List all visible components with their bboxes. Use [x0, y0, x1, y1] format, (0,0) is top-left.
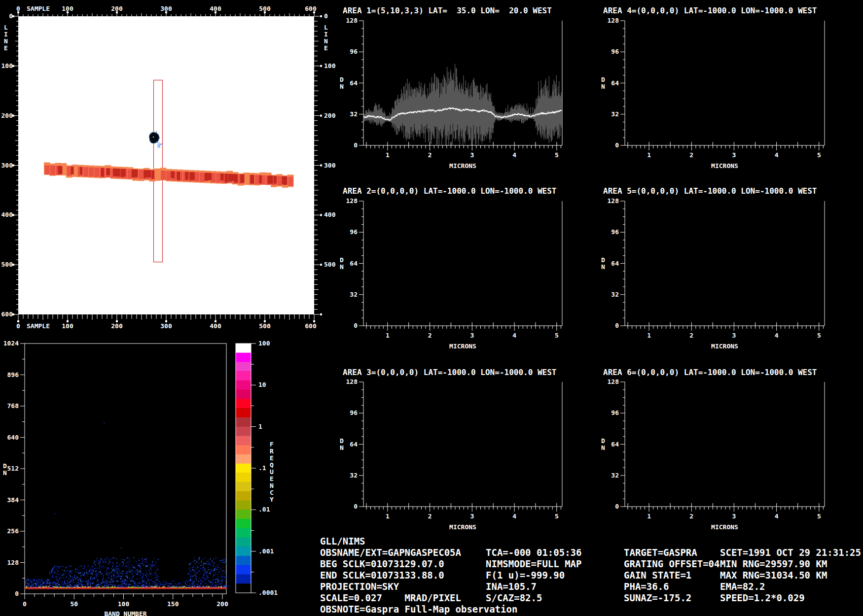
microns-axis-label: MICRONS — [711, 523, 738, 531]
shape — [236, 371, 251, 380]
shape — [83, 167, 88, 176]
dn-axis-label: D — [601, 256, 605, 264]
band-tick-label: 0 — [23, 600, 27, 608]
graphics-canvas: 00100100200200300300400400500500600600SA… — [0, 0, 863, 616]
frequency-axis-label: Q — [270, 461, 274, 469]
min-rng-line: MIN RNG=29597.90 KM — [720, 559, 827, 569]
shape — [236, 501, 251, 510]
sample-tick-label: 200 — [111, 322, 123, 330]
sunaz-line: SUNAZ=-175.2 — [624, 593, 691, 603]
micron-tick-label: 1 — [647, 513, 651, 520]
line-tick-label: 500 — [324, 261, 336, 268]
shape — [177, 171, 180, 180]
frequency-axis-label: N — [270, 482, 274, 489]
micron-tick-label: 4 — [512, 513, 516, 520]
shape — [234, 174, 238, 182]
dn-tick-label: 96 — [611, 409, 619, 416]
dn-tick-label: 128 — [608, 378, 619, 385]
micron-tick-label: 1 — [386, 151, 390, 159]
dn-tick-label: 0 — [615, 503, 619, 510]
dn-tick-label: 64 — [611, 79, 619, 87]
micron-tick-label: 3 — [732, 513, 736, 520]
line-axis-label: N — [324, 37, 328, 45]
shape — [282, 176, 286, 184]
micron-tick-label: 2 — [428, 332, 432, 339]
shape — [156, 132, 157, 133]
shape — [236, 547, 251, 556]
shape — [159, 137, 160, 138]
ema-line: EMA=82.2 — [720, 582, 765, 591]
shape — [236, 491, 251, 501]
frequency-axis-label: U — [270, 468, 274, 476]
shape — [236, 390, 251, 399]
sample-tick-label: 600 — [305, 322, 317, 330]
ina-line: INA=105.7 — [486, 582, 537, 591]
dn-axis-label: N — [601, 444, 605, 451]
nimsmode-line: NIMSMODE=FULL MAP — [486, 559, 581, 569]
micron-tick-label: 1 — [386, 332, 390, 339]
frequency-tick-label: 10 — [258, 381, 266, 388]
shape — [236, 565, 251, 575]
micron-tick-label: 1 — [647, 332, 651, 339]
sample-tick-label: 500 — [259, 5, 271, 12]
line-axis-label: E — [324, 44, 328, 52]
line-tick-label: 100 — [324, 62, 336, 69]
dn-tick-label: 0 — [615, 322, 619, 329]
micron-tick-label: 5 — [817, 332, 821, 339]
shape — [50, 166, 55, 175]
dn-tick-label: 96 — [350, 409, 358, 416]
baseline-stripe — [25, 589, 226, 589]
shape — [236, 464, 251, 473]
dn-axis-label: D — [340, 76, 344, 83]
area-4-title: AREA 4=(0,0,0,0) LAT=-1000.0 LON=-1000.0… — [603, 7, 817, 15]
area-panel-3 — [359, 382, 562, 512]
micron-tick-label: 2 — [428, 513, 432, 520]
sample-tick-label: 400 — [210, 5, 221, 12]
line-tick-label: 300 — [1, 162, 13, 169]
shape — [139, 170, 144, 179]
microns-axis-label: MICRONS — [449, 342, 476, 350]
shape — [200, 172, 205, 182]
shape — [208, 173, 212, 180]
f1u-line: F(1 u)=-999.90 — [486, 571, 565, 580]
line-axis-label: E — [4, 44, 8, 52]
band-tick-label: 150 — [167, 600, 179, 608]
nims-display-screen: 00100100200200300300400400500500600600SA… — [0, 0, 863, 616]
shape — [236, 454, 251, 464]
spectro-dn-tick-label: 640 — [7, 434, 19, 441]
sample-tick-label: 400 — [210, 322, 221, 330]
shape — [220, 173, 224, 180]
micron-tick-label: 2 — [689, 151, 693, 159]
shape — [277, 176, 282, 185]
grating-line: GRATING OFFSET=04 — [624, 559, 719, 569]
area-6-title: AREA 6=(0,0,0,0) LAT=-1000.0 LON=-1000.0… — [603, 369, 817, 376]
shape — [236, 445, 251, 454]
band-tick-label: 200 — [216, 600, 228, 608]
ruler-dot — [320, 264, 322, 266]
ruler-dot — [320, 65, 322, 67]
sample-tick-label: 600 — [305, 5, 317, 12]
dn-tick-label: 64 — [350, 260, 358, 267]
shape — [95, 168, 100, 177]
frequency-axis-label: C — [270, 489, 274, 496]
dn-axis-label: N — [340, 263, 344, 271]
spectro-dn-tick-label: 512 — [7, 465, 19, 472]
panel-frame — [620, 21, 825, 150]
micron-tick-label: 4 — [512, 151, 516, 159]
band-tick-label: 100 — [118, 600, 130, 608]
micron-tick-label: 1 — [386, 513, 390, 520]
shape — [192, 172, 194, 180]
micron-tick-label: 3 — [732, 332, 736, 339]
spectro-dn-tick-label: 256 — [7, 527, 19, 535]
dn-axis-label: N — [601, 83, 605, 90]
line-axis-label: N — [4, 37, 8, 45]
sample-tick-label: 500 — [259, 322, 271, 330]
area-panel-4 — [620, 21, 825, 150]
microns-axis-label: MICRONS — [449, 162, 476, 170]
shape — [71, 167, 74, 174]
shape — [80, 167, 82, 174]
dn-axis-label: N — [601, 263, 605, 271]
frequency-tick-label: .01 — [258, 506, 270, 513]
frequency-colorbar — [236, 343, 256, 593]
spectro-dn-tick-label: 768 — [7, 402, 19, 410]
